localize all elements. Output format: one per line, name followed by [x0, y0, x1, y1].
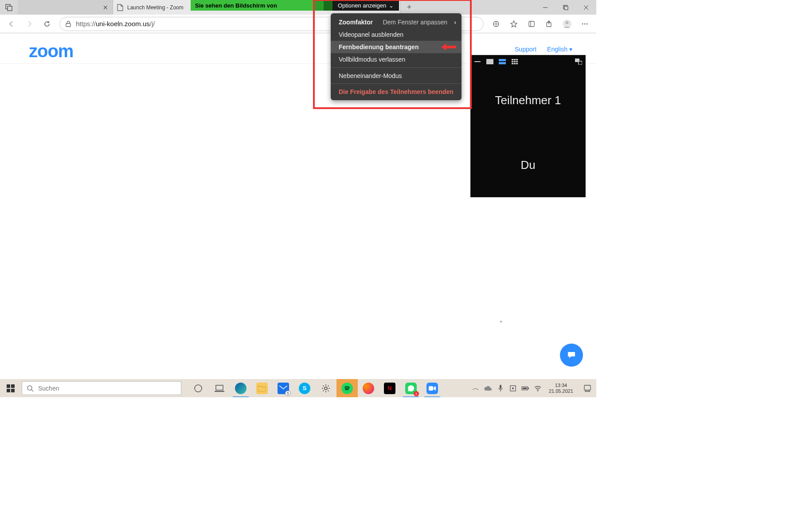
svg-point-13 — [582, 23, 583, 24]
svg-point-14 — [584, 23, 586, 24]
svg-rect-28 — [516, 63, 518, 64]
svg-point-49 — [537, 391, 538, 391]
taskbar-mail[interactable]: 5 — [273, 379, 294, 397]
svg-point-15 — [587, 23, 588, 24]
participants-toolbar — [471, 55, 585, 68]
svg-rect-4 — [564, 6, 568, 10]
close-window-button[interactable] — [576, 0, 596, 15]
support-link[interactable]: Support — [515, 46, 536, 53]
view-grid-icon[interactable] — [511, 59, 519, 65]
view-single-icon[interactable] — [486, 59, 494, 65]
svg-rect-25 — [516, 61, 518, 63]
svg-rect-50 — [584, 385, 591, 390]
svg-rect-26 — [512, 63, 513, 64]
svg-point-35 — [27, 386, 32, 390]
svg-rect-38 — [216, 385, 223, 390]
svg-line-36 — [31, 390, 33, 391]
svg-point-41 — [325, 387, 327, 390]
view-options-button[interactable]: Optionen anzeigen ⌄ — [332, 0, 399, 11]
tray-notifications-icon[interactable] — [580, 384, 595, 392]
menu-item-hide-video[interactable]: Videopanel ausblenden — [331, 28, 462, 41]
tray-mic-icon[interactable] — [497, 385, 505, 392]
taskbar-netflix[interactable]: N — [379, 379, 400, 397]
svg-rect-9 — [529, 21, 534, 27]
taskbar-search[interactable]: Suchen — [22, 381, 181, 395]
zoom-value: Dem Fenster anpassen — [383, 19, 447, 26]
refresh-button[interactable] — [39, 16, 55, 32]
chat-bubble-button[interactable] — [560, 344, 583, 367]
taskbar-spotify[interactable] — [336, 379, 358, 397]
svg-rect-18 — [499, 59, 506, 61]
minimize-button[interactable] — [535, 0, 555, 15]
language-selector[interactable]: English▾ — [547, 46, 572, 53]
whatsapp-badge: 1 — [414, 391, 419, 396]
share-bar-segment — [324, 0, 332, 11]
svg-rect-33 — [7, 389, 10, 392]
menu-icon[interactable] — [577, 16, 593, 32]
swap-view-icon[interactable] — [575, 59, 583, 65]
close-tab-icon[interactable]: ✕ — [102, 4, 109, 11]
taskbar-apps: 5 S N 1 — [188, 379, 443, 397]
taskbar-edge[interactable] — [230, 379, 251, 397]
svg-rect-23 — [512, 61, 513, 63]
forward-button[interactable] — [21, 16, 37, 32]
menu-item-side-by-side[interactable]: Nebeneinander-Modus — [331, 67, 462, 82]
share-icon[interactable] — [541, 16, 557, 32]
maximize-button[interactable] — [555, 0, 576, 15]
zoom-logo: zoom — [29, 41, 73, 61]
svg-rect-24 — [514, 61, 516, 63]
taskbar-cortana[interactable] — [188, 379, 209, 397]
favorites-icon[interactable] — [506, 16, 522, 32]
menu-item-exit-fullscreen[interactable]: Vollbildmodus verlassen — [331, 53, 462, 66]
new-tab-button[interactable]: + — [400, 0, 418, 15]
svg-rect-42 — [429, 386, 433, 391]
tray-clock[interactable]: 13:3421.05.2021 — [546, 383, 576, 394]
screen-share-bar: Sie sehen den Bildschirm von Optionen an… — [191, 0, 399, 11]
svg-rect-43 — [500, 385, 501, 389]
taskbar-explorer[interactable] — [251, 379, 273, 397]
page-favicon — [117, 4, 124, 11]
profile-icon[interactable] — [559, 16, 575, 32]
start-button[interactable] — [0, 379, 21, 397]
taskbar-firefox[interactable] — [358, 379, 379, 397]
system-tray: ︿ 13:3421.05.2021 — [472, 379, 596, 397]
collections-icon[interactable] — [524, 16, 540, 32]
minimize-panel-icon[interactable] — [473, 59, 481, 65]
svg-rect-17 — [486, 59, 493, 64]
view-options-menu: Zoomfaktor Dem Fenster anpassen › Videop… — [331, 13, 462, 100]
tray-chevron-icon[interactable]: ︿ — [472, 383, 480, 393]
svg-rect-20 — [512, 59, 513, 60]
view-strip-icon[interactable] — [498, 59, 506, 65]
browser-tab-1[interactable]: ✕ — [18, 0, 113, 15]
browser-toolbar: https://uni-koeln.zoom.us/j/ — [0, 15, 596, 33]
taskbar-whatsapp[interactable]: 1 — [400, 379, 422, 397]
menu-item-stop-share[interactable]: Die Freigabe des Teilnehmers beenden — [331, 83, 462, 98]
svg-rect-31 — [7, 384, 10, 388]
svg-rect-19 — [499, 62, 506, 64]
svg-rect-22 — [516, 59, 518, 60]
participant-tile-self[interactable]: Du — [471, 133, 585, 197]
participants-panel[interactable]: Teilnehmer 1 Du — [470, 55, 586, 197]
svg-point-12 — [566, 21, 569, 24]
taskbar-skype[interactable]: S — [294, 379, 315, 397]
back-button[interactable] — [4, 16, 20, 32]
taskbar-zoom[interactable] — [422, 379, 443, 397]
svg-rect-7 — [66, 23, 70, 27]
svg-point-37 — [195, 385, 202, 392]
participant-tile-1[interactable]: Teilnehmer 1 — [471, 68, 585, 133]
mail-badge: 5 — [285, 391, 291, 396]
svg-rect-21 — [514, 59, 516, 60]
chevron-right-icon: › — [454, 19, 456, 26]
tray-wifi-icon[interactable] — [534, 385, 542, 391]
taskbar-settings[interactable] — [315, 379, 336, 397]
tab-actions-icon[interactable] — [0, 0, 18, 15]
svg-rect-32 — [11, 384, 15, 388]
tray-battery-icon[interactable] — [521, 386, 529, 391]
tray-onedrive-icon[interactable] — [484, 386, 492, 391]
menu-item-request-remote[interactable]: Fernbedienung beantragen — [331, 41, 462, 53]
taskbar-taskview[interactable] — [209, 379, 230, 397]
svg-rect-27 — [514, 63, 516, 64]
tray-location-icon[interactable] — [509, 385, 517, 391]
tracking-icon[interactable] — [488, 16, 504, 32]
zoom-factor-row[interactable]: Zoomfaktor Dem Fenster anpassen › — [331, 16, 462, 28]
